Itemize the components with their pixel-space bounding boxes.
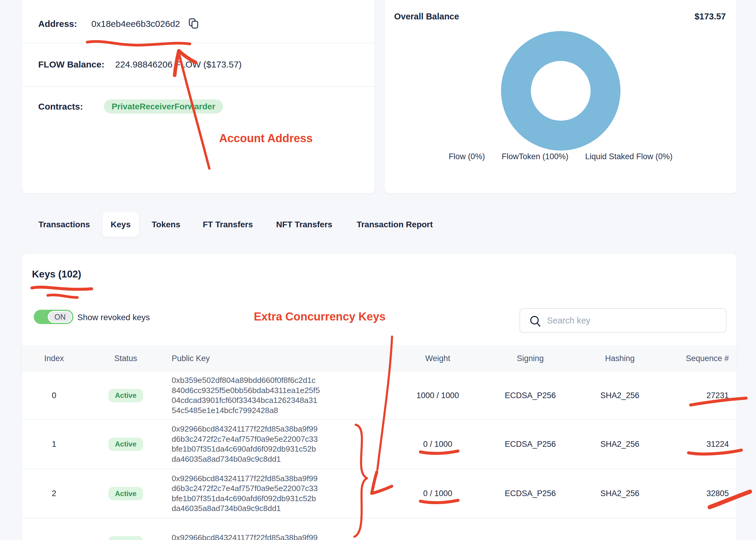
keys-table-header: Index Status Public Key Weight Signing H… [22,345,737,372]
key-status-cell: Active [105,469,147,518]
public-key-line: 0x92966bcd843241177f22fd85a38ba9f99 [172,533,318,540]
key-weight: 0 / 1000 [402,420,474,469]
tab-keys[interactable]: Keys [102,212,139,237]
key-weight: 1000 / 1000 [402,372,474,419]
donut-hole [531,61,591,121]
key-sequence: 32805 [669,469,729,518]
public-key-cell: 0xb359e502df804a89bdd660f0f8f6c2d1c 840d… [172,372,363,419]
header-weight: Weight [402,345,474,372]
account-summary-card: Address: 0x18eb4ee6b3c026d2 FLOW Balance… [22,0,375,194]
key-index: 2 [36,469,72,518]
address-row: Address: 0x18eb4ee6b3c026d2 [38,18,199,30]
address-label: Address: [38,19,77,29]
flow-balance-label: FLOW Balance: [38,60,104,69]
copy-address-button[interactable] [188,18,199,30]
contracts-row: Contracts: PrivateReceiverForwarder [38,99,223,113]
public-key-line: 54c5485e1e14bcfc7992428a8 [172,406,320,416]
key-sequence [669,518,729,540]
public-key-line: 0x92966bcd843241177f22fd85a38ba9f99 [172,424,318,434]
key-status-cell: Active [105,518,147,540]
tab-transaction-report[interactable]: Transaction Report [356,212,434,237]
search-key-box [519,308,726,333]
key-status-cell: Active [105,420,147,469]
key-sequence: 27231 [669,372,729,419]
tab-transactions[interactable]: Transactions [38,212,90,237]
search-icon [529,315,542,329]
key-row-2: 2 Active 0x92966bcd843241177f22fd85a38ba… [22,469,737,518]
tab-nft-transfers[interactable]: NFT Transfers [275,212,334,237]
search-key-input[interactable] [547,309,723,332]
flow-balance-row: FLOW Balance: 224.98846206 FLOW ($173.57… [38,60,242,69]
status-badge: Active [108,536,143,540]
key-weight: 0 / 1000 [402,469,474,518]
status-badge: Active [108,438,143,451]
address-value: 0x18eb4ee6b3c026d2 [91,19,180,29]
divider [22,43,375,43]
public-key-line: 04cdcad3901fcf60f33434bca1262348a31 [172,395,320,406]
header-signing: Signing [494,345,566,372]
key-row-0: 0 Active 0xb359e502df804a89bdd660f0f8f6c… [22,372,737,419]
key-weight [402,518,474,540]
key-hashing: SHA2_256 [584,469,656,518]
show-revoked-keys-label: Show revoked keys [77,313,150,322]
key-signing: ECDSA_P256 [494,420,566,469]
key-status-cell: Active [105,372,147,419]
show-revoked-keys-toggle[interactable]: ON [34,310,73,324]
tab-ft-transfers[interactable]: FT Transfers [201,212,255,237]
public-key-line: bfe1b07f351da4c690afd6f092db931c52b [172,444,318,454]
public-key-line: 840d6cc9325f5e0bb56bdab4311ea1e25f5 [172,386,320,396]
key-hashing: SHA2_256 [584,420,656,469]
divider [22,86,375,87]
public-key-line: 0xb359e502df804a89bdd660f0f8f6c2d1c [172,375,320,386]
legend-item-flow[interactable]: Flow (0%) [449,152,485,161]
key-hashing [584,518,656,540]
header-sequence: Sequence # [669,345,729,372]
key-row-3: Active 0x92966bcd843241177f22fd85a38ba9f… [22,518,737,540]
public-key-line: da46035a8ad734b0a9c9c8dd1 [172,503,318,514]
public-key-cell: 0x92966bcd843241177f22fd85a38ba9f99 d6b3… [172,518,363,540]
key-hashing: SHA2_256 [584,372,656,419]
key-index: 1 [36,420,72,469]
keys-panel: Keys (102) ON Show revoked keys Index St… [22,253,737,540]
public-key-cell: 0x92966bcd843241177f22fd85a38ba9f99 d6b3… [172,469,363,518]
public-key-line: d6b3c2472f2c7e4af757f0a9e5e22007c33 [172,434,318,445]
status-badge: Active [108,389,143,402]
public-key-line: bfe1b07f351da4c690afd6f092db931c52b [172,494,318,504]
balance-donut-chart [501,31,620,151]
keys-heading: Keys (102) [32,269,81,280]
public-key-line: da46035a8ad734b0a9c9c8dd1 [172,454,318,465]
legend-item-flowtoken[interactable]: FlowToken (100%) [501,152,569,161]
key-signing [494,518,566,540]
flow-account-explorer-page: { "colors": { "annotation_red": "#e8432b… [0,0,756,540]
tab-tokens[interactable]: Tokens [151,212,181,237]
flow-balance-value: 224.98846206 FLOW ($173.57) [115,60,242,69]
copy-icon [188,18,199,30]
key-sequence: 31224 [669,420,729,469]
header-public-key: Public Key [172,345,363,372]
key-signing: ECDSA_P256 [494,372,566,419]
public-key-line: 0x92966bcd843241177f22fd85a38ba9f99 [172,474,318,484]
key-index: 0 [36,372,72,419]
balance-total-usd: $173.57 [695,12,726,22]
balance-card-title: Overall Balance [394,12,459,22]
key-signing: ECDSA_P256 [494,469,566,518]
key-index [36,518,72,540]
contracts-label: Contracts: [38,101,83,112]
header-hashing: Hashing [584,345,656,372]
toggle-knob: ON [48,311,72,323]
public-key-cell: 0x92966bcd843241177f22fd85a38ba9f99 d6b3… [172,420,363,469]
overall-balance-card: Overall Balance $173.57 Flow (0%) FlowTo… [384,0,737,194]
header-status: Status [105,345,147,372]
contract-badge-private-receiver-forwarder[interactable]: PrivateReceiverForwarder [104,99,223,113]
header-index: Index [36,345,72,372]
donut-legend: Flow (0%) FlowToken (100%) Liquid Staked… [384,152,737,161]
status-badge: Active [108,487,143,500]
legend-item-liquid-staked-flow[interactable]: Liquid Staked Flow (0%) [585,152,673,161]
key-row-1: 1 Active 0x92966bcd843241177f22fd85a38ba… [22,419,737,469]
public-key-line: d6b3c2472f2c7e4af757f0a9e5e22007c33 [172,483,318,494]
